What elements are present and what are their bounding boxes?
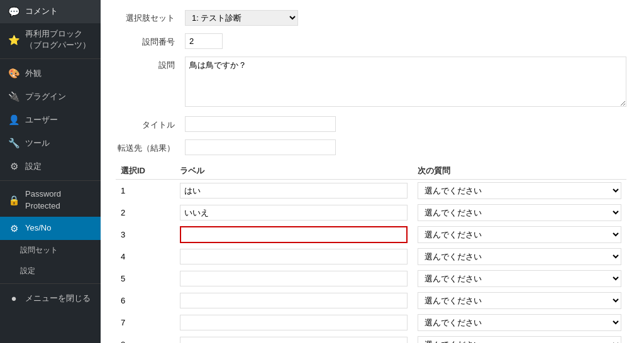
row-label-input[interactable] <box>180 249 408 264</box>
row-next-cell: 選んでください <box>413 312 626 334</box>
row-label-input[interactable] <box>180 271 408 286</box>
row-next-select[interactable]: 選んでください <box>418 292 621 309</box>
settings-icon: ⚙ <box>8 160 20 173</box>
row-label-cell <box>175 180 413 202</box>
row-label-input[interactable] <box>180 337 408 343</box>
row-id: 6 <box>116 290 175 312</box>
sidebar-item-question-set[interactable]: 設問セット <box>0 240 101 261</box>
appearance-icon: 🎨 <box>8 67 20 80</box>
row-label-cell <box>175 224 413 246</box>
top-select-label: 選択肢セット <box>116 13 185 24</box>
row-id: 2 <box>116 202 175 224</box>
tools-icon: 🔧 <box>8 136 20 150</box>
row-next-cell: 選んでください <box>413 334 626 343</box>
row-next-select[interactable]: 選んでください <box>418 248 621 265</box>
choices-table: 選択ID ラベル 次の質問 1選んでください2選んでください3選んでください4選… <box>116 163 626 343</box>
number-row: 設問番号 <box>116 33 626 49</box>
title-label: タイトル <box>116 116 185 131</box>
row-next-cell: 選んでください <box>413 202 626 224</box>
row-label-cell <box>175 290 413 312</box>
col-header-id: 選択ID <box>116 163 175 180</box>
row-next-select[interactable]: 選んでください <box>418 182 621 199</box>
main-content: 選択肢セット 1: テスト診断 設問番号 設問 鳥は鳥ですか？ タイトル 転 <box>101 0 644 343</box>
row-next-cell: 選んでください <box>413 290 626 312</box>
table-row: 6選んでください <box>116 290 626 312</box>
table-row: 1選んでください <box>116 180 626 202</box>
question-textarea[interactable]: 鳥は鳥ですか？ <box>185 57 626 107</box>
table-row: 7選んでください <box>116 312 626 334</box>
row-label-input[interactable] <box>180 183 408 199</box>
row-label-input[interactable] <box>180 293 408 308</box>
table-row: 3選んでください <box>116 224 626 246</box>
row-next-cell: 選んでください <box>413 180 626 202</box>
number-input[interactable] <box>185 33 223 49</box>
yesno-icon: ⚙ <box>8 222 20 235</box>
row-next-select[interactable]: 選んでください <box>418 270 621 287</box>
star-icon: ⭐ <box>8 33 20 46</box>
row-id: 1 <box>116 180 175 202</box>
top-select-row: 選択肢セット 1: テスト診断 <box>116 10 626 26</box>
sidebar-item-close-menu[interactable]: ● メニューを閉じる <box>0 286 101 310</box>
row-next-cell: 選んでください <box>413 224 626 246</box>
row-id: 5 <box>116 268 175 290</box>
question-label: 設問 <box>116 57 185 71</box>
row-label-input[interactable] <box>180 205 408 220</box>
number-label: 設問番号 <box>116 33 185 48</box>
row-next-select[interactable]: 選んでください <box>418 336 621 343</box>
row-id: 3 <box>116 224 175 246</box>
redirect-label: 転送先（結果） <box>116 139 185 154</box>
table-row: 4選んでください <box>116 246 626 268</box>
table-row: 8選んでください <box>116 334 626 343</box>
row-label-cell <box>175 202 413 224</box>
sidebar-item-yes-no[interactable]: ⚙ Yes/No <box>0 217 101 240</box>
redirect-row: 転送先（結果） <box>116 139 626 155</box>
col-header-next: 次の質問 <box>413 163 626 180</box>
sidebar-item-appearance[interactable]: 🎨 外観 <box>0 62 101 85</box>
row-next-cell: 選んでください <box>413 246 626 268</box>
row-label-input[interactable] <box>180 226 408 243</box>
close-menu-icon: ● <box>8 291 20 305</box>
row-next-select[interactable]: 選んでください <box>418 314 621 331</box>
sidebar-item-settings[interactable]: ⚙ 設定 <box>0 155 101 178</box>
row-label-cell <box>175 268 413 290</box>
table-row: 5選んでください <box>116 268 626 290</box>
sidebar-item-comments[interactable]: 💬 コメント <box>0 0 101 23</box>
plugins-icon: 🔌 <box>8 90 20 103</box>
sidebar-item-settings-sub[interactable]: 設定 <box>0 261 101 281</box>
col-header-label: ラベル <box>175 163 413 180</box>
lock-icon: 🔒 <box>8 193 20 207</box>
title-row: タイトル <box>116 116 626 132</box>
row-id: 8 <box>116 334 175 343</box>
sidebar-item-tools[interactable]: 🔧 ツール <box>0 131 101 155</box>
row-label-cell <box>175 246 413 268</box>
row-label-input[interactable] <box>180 315 408 330</box>
sidebar-item-password-protected[interactable]: 🔒 Password Protected <box>0 183 101 216</box>
comments-icon: 💬 <box>8 5 20 18</box>
sidebar-item-plugins[interactable]: 🔌 プラグイン <box>0 85 101 108</box>
row-id: 7 <box>116 312 175 334</box>
sidebar: 💬 コメント ⭐ 再利用ブロック （ブログパーツ） 🎨 外観 🔌 プラグイン 👤… <box>0 0 101 343</box>
row-id: 4 <box>116 246 175 268</box>
top-select[interactable]: 1: テスト診断 <box>185 10 298 26</box>
sidebar-item-reusable-blocks[interactable]: ⭐ 再利用ブロック （ブログパーツ） <box>0 23 101 56</box>
row-label-cell <box>175 334 413 343</box>
sidebar-item-users[interactable]: 👤 ユーザー <box>0 108 101 131</box>
row-next-select[interactable]: 選んでください <box>418 226 621 243</box>
row-label-cell <box>175 312 413 334</box>
redirect-input[interactable] <box>185 139 336 155</box>
question-row: 設問 鳥は鳥ですか？ <box>116 57 626 109</box>
title-input[interactable] <box>185 116 336 132</box>
table-row: 2選んでください <box>116 202 626 224</box>
row-next-cell: 選んでください <box>413 268 626 290</box>
users-icon: 👤 <box>8 113 20 126</box>
row-next-select[interactable]: 選んでください <box>418 204 621 221</box>
